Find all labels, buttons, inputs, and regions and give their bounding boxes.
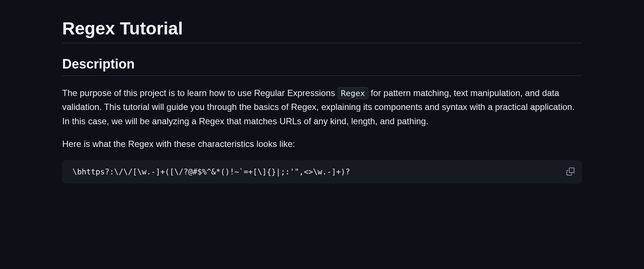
copy-button[interactable] (564, 165, 577, 178)
document-container: Regex Tutorial Description The purpose o… (40, 18, 604, 184)
code-block: \bhttps?:\/\/[\w.-]+([\/?@#$%^&*()!~`=+[… (62, 160, 582, 184)
description-paragraph-2: Here is what the Regex with these charac… (62, 137, 582, 151)
copy-icon (566, 167, 574, 176)
inline-code-regex: Regex (337, 87, 368, 99)
page-title: Regex Tutorial (62, 18, 582, 43)
section-title-description: Description (62, 56, 582, 76)
description-paragraph-1: The purpose of this project is to learn … (62, 86, 582, 128)
regex-code: \bhttps?:\/\/[\w.-]+([\/?@#$%^&*()!~`=+[… (72, 167, 572, 176)
paragraph-text-pre: The purpose of this project is to learn … (62, 88, 337, 98)
